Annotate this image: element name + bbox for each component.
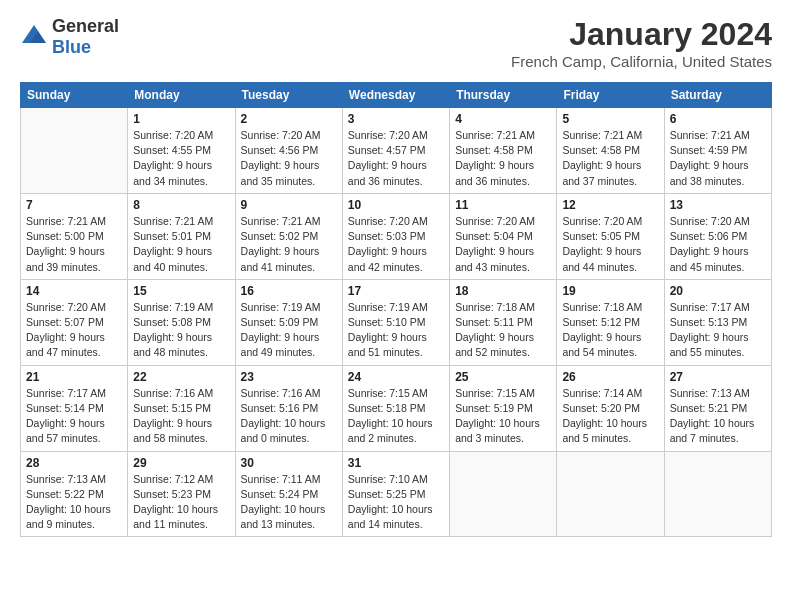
sunset-label: Sunset: 5:21 PM [670,402,748,414]
daylight-label: Daylight: 10 hours and 11 minutes. [133,503,218,530]
sunset-label: Sunset: 5:10 PM [348,316,426,328]
day-number: 13 [670,198,766,212]
calendar-cell [21,108,128,194]
weekday-header: Monday [128,83,235,108]
sunset-label: Sunset: 5:04 PM [455,230,533,242]
day-number: 3 [348,112,444,126]
sunset-label: Sunset: 4:55 PM [133,144,211,156]
sunset-label: Sunset: 4:58 PM [562,144,640,156]
calendar-cell: 7Sunrise: 7:21 AMSunset: 5:00 PMDaylight… [21,193,128,279]
calendar-cell: 2Sunrise: 7:20 AMSunset: 4:56 PMDaylight… [235,108,342,194]
daylight-label: Daylight: 9 hours and 36 minutes. [348,159,427,186]
daylight-label: Daylight: 9 hours and 52 minutes. [455,331,534,358]
daylight-label: Daylight: 10 hours and 9 minutes. [26,503,111,530]
sunrise-label: Sunrise: 7:13 AM [26,473,106,485]
day-info: Sunrise: 7:19 AMSunset: 5:09 PMDaylight:… [241,300,337,361]
sunrise-label: Sunrise: 7:21 AM [133,215,213,227]
sunrise-label: Sunrise: 7:19 AM [241,301,321,313]
day-number: 4 [455,112,551,126]
calendar-table: SundayMondayTuesdayWednesdayThursdayFrid… [20,82,772,537]
day-number: 19 [562,284,658,298]
daylight-label: Daylight: 9 hours and 34 minutes. [133,159,212,186]
sunset-label: Sunset: 4:58 PM [455,144,533,156]
sunrise-label: Sunrise: 7:18 AM [562,301,642,313]
sunrise-label: Sunrise: 7:20 AM [670,215,750,227]
daylight-label: Daylight: 9 hours and 48 minutes. [133,331,212,358]
day-info: Sunrise: 7:11 AMSunset: 5:24 PMDaylight:… [241,472,337,533]
sunset-label: Sunset: 5:16 PM [241,402,319,414]
daylight-label: Daylight: 10 hours and 7 minutes. [670,417,755,444]
daylight-label: Daylight: 9 hours and 40 minutes. [133,245,212,272]
calendar-cell: 25Sunrise: 7:15 AMSunset: 5:19 PMDayligh… [450,365,557,451]
calendar-cell: 3Sunrise: 7:20 AMSunset: 4:57 PMDaylight… [342,108,449,194]
sunset-label: Sunset: 5:07 PM [26,316,104,328]
sunset-label: Sunset: 4:56 PM [241,144,319,156]
day-info: Sunrise: 7:18 AMSunset: 5:12 PMDaylight:… [562,300,658,361]
day-number: 15 [133,284,229,298]
day-info: Sunrise: 7:20 AMSunset: 4:55 PMDaylight:… [133,128,229,189]
day-info: Sunrise: 7:21 AMSunset: 4:59 PMDaylight:… [670,128,766,189]
daylight-label: Daylight: 10 hours and 2 minutes. [348,417,433,444]
calendar-cell: 17Sunrise: 7:19 AMSunset: 5:10 PMDayligh… [342,279,449,365]
daylight-label: Daylight: 10 hours and 13 minutes. [241,503,326,530]
daylight-label: Daylight: 9 hours and 49 minutes. [241,331,320,358]
sunrise-label: Sunrise: 7:16 AM [133,387,213,399]
day-number: 18 [455,284,551,298]
day-number: 2 [241,112,337,126]
day-number: 25 [455,370,551,384]
day-info: Sunrise: 7:20 AMSunset: 5:03 PMDaylight:… [348,214,444,275]
day-info: Sunrise: 7:13 AMSunset: 5:21 PMDaylight:… [670,386,766,447]
day-number: 31 [348,456,444,470]
calendar-week-row: 7Sunrise: 7:21 AMSunset: 5:00 PMDaylight… [21,193,772,279]
day-number: 14 [26,284,122,298]
day-info: Sunrise: 7:21 AMSunset: 5:01 PMDaylight:… [133,214,229,275]
calendar-week-row: 14Sunrise: 7:20 AMSunset: 5:07 PMDayligh… [21,279,772,365]
day-info: Sunrise: 7:20 AMSunset: 4:57 PMDaylight:… [348,128,444,189]
day-info: Sunrise: 7:14 AMSunset: 5:20 PMDaylight:… [562,386,658,447]
calendar-cell: 31Sunrise: 7:10 AMSunset: 5:25 PMDayligh… [342,451,449,537]
day-info: Sunrise: 7:20 AMSunset: 5:07 PMDaylight:… [26,300,122,361]
calendar-cell: 13Sunrise: 7:20 AMSunset: 5:06 PMDayligh… [664,193,771,279]
sunrise-label: Sunrise: 7:20 AM [133,129,213,141]
calendar-cell: 22Sunrise: 7:16 AMSunset: 5:15 PMDayligh… [128,365,235,451]
sunrise-label: Sunrise: 7:21 AM [562,129,642,141]
sunset-label: Sunset: 5:25 PM [348,488,426,500]
calendar-cell: 16Sunrise: 7:19 AMSunset: 5:09 PMDayligh… [235,279,342,365]
calendar-cell: 1Sunrise: 7:20 AMSunset: 4:55 PMDaylight… [128,108,235,194]
sunrise-label: Sunrise: 7:20 AM [455,215,535,227]
day-number: 8 [133,198,229,212]
calendar-cell [450,451,557,537]
sunrise-label: Sunrise: 7:16 AM [241,387,321,399]
day-info: Sunrise: 7:18 AMSunset: 5:11 PMDaylight:… [455,300,551,361]
sunset-label: Sunset: 5:09 PM [241,316,319,328]
daylight-label: Daylight: 10 hours and 0 minutes. [241,417,326,444]
calendar-cell: 28Sunrise: 7:13 AMSunset: 5:22 PMDayligh… [21,451,128,537]
sunset-label: Sunset: 5:22 PM [26,488,104,500]
daylight-label: Daylight: 9 hours and 57 minutes. [26,417,105,444]
sunrise-label: Sunrise: 7:18 AM [455,301,535,313]
calendar-week-row: 28Sunrise: 7:13 AMSunset: 5:22 PMDayligh… [21,451,772,537]
day-info: Sunrise: 7:20 AMSunset: 5:04 PMDaylight:… [455,214,551,275]
calendar-cell: 10Sunrise: 7:20 AMSunset: 5:03 PMDayligh… [342,193,449,279]
daylight-label: Daylight: 9 hours and 51 minutes. [348,331,427,358]
day-info: Sunrise: 7:20 AMSunset: 4:56 PMDaylight:… [241,128,337,189]
calendar-cell: 30Sunrise: 7:11 AMSunset: 5:24 PMDayligh… [235,451,342,537]
calendar-cell: 8Sunrise: 7:21 AMSunset: 5:01 PMDaylight… [128,193,235,279]
logo-blue: Blue [52,37,91,57]
day-info: Sunrise: 7:19 AMSunset: 5:10 PMDaylight:… [348,300,444,361]
day-number: 26 [562,370,658,384]
sunset-label: Sunset: 4:59 PM [670,144,748,156]
day-number: 23 [241,370,337,384]
day-number: 1 [133,112,229,126]
sunrise-label: Sunrise: 7:17 AM [26,387,106,399]
day-info: Sunrise: 7:19 AMSunset: 5:08 PMDaylight:… [133,300,229,361]
sunset-label: Sunset: 5:15 PM [133,402,211,414]
day-info: Sunrise: 7:21 AMSunset: 5:00 PMDaylight:… [26,214,122,275]
page-header: General Blue January 2024 French Camp, C… [20,16,772,70]
sunrise-label: Sunrise: 7:20 AM [241,129,321,141]
sunrise-label: Sunrise: 7:20 AM [348,215,428,227]
sunrise-label: Sunrise: 7:20 AM [26,301,106,313]
day-info: Sunrise: 7:15 AMSunset: 5:19 PMDaylight:… [455,386,551,447]
day-number: 17 [348,284,444,298]
calendar-week-row: 21Sunrise: 7:17 AMSunset: 5:14 PMDayligh… [21,365,772,451]
